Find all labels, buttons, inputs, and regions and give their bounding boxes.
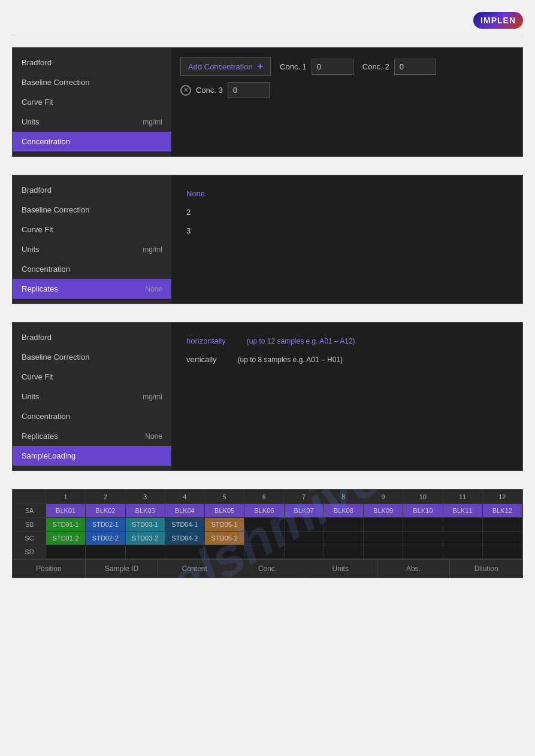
plate-cell-SA-10[interactable]: BLK10 xyxy=(403,504,443,518)
sidebar-sampleloading-3[interactable]: SampleLoading xyxy=(13,446,171,466)
sidebar-bradford-1[interactable]: Bradford xyxy=(13,53,171,72)
sidebar-bradford-3[interactable]: Bradford xyxy=(13,327,171,347)
plate-cell-SA-6[interactable]: BLK06 xyxy=(244,504,284,518)
plate-cell-SB-2[interactable]: STD02-1 xyxy=(86,518,125,532)
plate-cell-SB-4[interactable]: STD04-1 xyxy=(165,518,204,532)
plate-cell-SC-9[interactable] xyxy=(364,532,403,545)
content-panel2: None 2 3 xyxy=(171,175,522,303)
plate-cell-SC-5[interactable]: STD05-2 xyxy=(205,532,244,545)
remove-conc3-button[interactable]: ✕ xyxy=(180,85,191,96)
plate-cell-SD-8[interactable] xyxy=(324,545,363,559)
plate-col-6: 6 xyxy=(244,490,284,504)
sidebar-curvefit-1[interactable]: Curve Fit xyxy=(13,92,171,112)
plate-cell-SB-8[interactable] xyxy=(324,518,363,532)
plate-cell-SD-2[interactable] xyxy=(86,545,125,559)
plate-cell-SA-8[interactable]: BLK08 xyxy=(324,504,363,518)
plate-cell-SC-8[interactable] xyxy=(324,532,363,545)
plate-corner-cell xyxy=(13,490,46,504)
panel-replicates: Bradford Baseline Correction Curve Fit U… xyxy=(12,175,523,304)
plate-row-header-SB: SB xyxy=(13,518,46,532)
plate-row-SC[interactable]: SCSTD01-2STD02-2STD03-2STD04-2STD05-2 xyxy=(13,532,522,545)
sidebar-units-1[interactable]: Units mg/ml xyxy=(13,112,171,132)
sidebar-baseline-2[interactable]: Baseline Correction xyxy=(13,200,171,220)
conc3-input[interactable] xyxy=(228,82,270,98)
replicate-option-2[interactable]: 2 xyxy=(180,203,513,221)
plate-cell-SA-5[interactable]: BLK05 xyxy=(205,504,244,518)
plate-cell-SC-12[interactable] xyxy=(482,532,522,545)
sidebar-concentration-3[interactable]: Concentration xyxy=(13,406,171,426)
plate-cell-SC-1[interactable]: STD01-2 xyxy=(46,532,86,545)
plate-cell-SB-11[interactable] xyxy=(443,518,482,532)
plate-cell-SA-1[interactable]: BLK01 xyxy=(46,504,86,518)
sidebar-baseline-3[interactable]: Baseline Correction xyxy=(13,347,171,367)
replicate-option-3[interactable]: 3 xyxy=(180,221,513,240)
plate-cell-SA-12[interactable]: BLK12 xyxy=(482,504,522,518)
plate-cell-SB-1[interactable]: STD01-1 xyxy=(46,518,86,532)
plate-row-SB[interactable]: SBSTD01-1STD02-1STD03-1STD04-1STD05-1 xyxy=(13,518,522,532)
plate-cell-SC-10[interactable] xyxy=(403,532,443,545)
plate-cell-SD-4[interactable] xyxy=(165,545,204,559)
plate-cell-SD-7[interactable] xyxy=(284,545,324,559)
plate-footer: Position Sample ID Content Conc. Units A… xyxy=(13,559,522,578)
plate-col-2: 2 xyxy=(86,490,125,504)
plate-cell-SC-7[interactable] xyxy=(284,532,324,545)
content-panel1: Add Concentration + Conc. 1 Conc. 2 ✕ Co… xyxy=(171,48,522,156)
plate-cell-SC-11[interactable] xyxy=(443,532,482,545)
plate-col-11: 11 xyxy=(443,490,482,504)
loading-option-vertical[interactable]: vertically (up to 8 samples e.g. A01 – H… xyxy=(180,350,513,369)
plate-cell-SA-4[interactable]: BLK04 xyxy=(165,504,204,518)
plate-cell-SD-10[interactable] xyxy=(403,545,443,559)
plate-cell-SB-9[interactable] xyxy=(364,518,403,532)
plate-cell-SA-7[interactable]: BLK07 xyxy=(284,504,324,518)
plate-cell-SB-3[interactable]: STD03-1 xyxy=(125,518,165,532)
plate-col-8: 8 xyxy=(324,490,363,504)
loading-horizontal-note: (up to 12 samples e.g. A01 – A12) xyxy=(247,337,355,345)
conc2-label: Conc. 2 xyxy=(362,62,389,71)
sidebar-panel3: Bradford Baseline Correction Curve Fit U… xyxy=(13,323,171,470)
sidebar-concentration-2[interactable]: Concentration xyxy=(13,259,171,279)
conc1-input[interactable] xyxy=(312,59,353,75)
plate-cell-SD-1[interactable] xyxy=(46,545,86,559)
sidebar-baseline-1[interactable]: Baseline Correction xyxy=(13,72,171,92)
plate-cell-SD-6[interactable] xyxy=(244,545,284,559)
plate-cell-SA-11[interactable]: BLK11 xyxy=(443,504,482,518)
loading-option-horizontal[interactable]: horizontally (up to 12 samples e.g. A01 … xyxy=(180,332,513,350)
footer-sample-id: Sample ID xyxy=(86,560,159,578)
sidebar-concentration-1[interactable]: Concentration xyxy=(13,132,171,151)
add-concentration-button[interactable]: Add Concentration + xyxy=(180,57,271,76)
replicate-option-none[interactable]: None xyxy=(180,184,513,203)
sidebar-units-3[interactable]: Units mg/ml xyxy=(13,387,171,406)
implen-logo: IMPLEN xyxy=(473,12,523,29)
plate-row-SD[interactable]: SD xyxy=(13,545,522,559)
sidebar-curvefit-3[interactable]: Curve Fit xyxy=(13,367,171,387)
plate-cell-SA-9[interactable]: BLK09 xyxy=(364,504,403,518)
plate-col-12: 12 xyxy=(482,490,522,504)
sidebar-units-2[interactable]: Units mg/ml xyxy=(13,239,171,259)
conc2-input[interactable] xyxy=(394,59,436,75)
plate-cell-SC-4[interactable]: STD04-2 xyxy=(165,532,204,545)
plate-row-SA[interactable]: SABLK01BLK02BLK03BLK04BLK05BLK06BLK07BLK… xyxy=(13,504,522,518)
plate-cell-SD-12[interactable] xyxy=(482,545,522,559)
plate-cell-SB-7[interactable] xyxy=(284,518,324,532)
plate-cell-SC-3[interactable]: STD03-2 xyxy=(125,532,165,545)
plate-cell-SD-3[interactable] xyxy=(125,545,165,559)
plate-cell-SA-3[interactable]: BLK03 xyxy=(125,504,165,518)
footer-conc: Conc. xyxy=(231,560,304,578)
footer-dilution: Dilution xyxy=(450,560,522,578)
footer-abs: Abs. xyxy=(377,560,451,578)
sidebar-replicates-2[interactable]: Replicates None xyxy=(13,279,171,299)
plate-cell-SA-2[interactable]: BLK02 xyxy=(86,504,125,518)
plate-cell-SD-9[interactable] xyxy=(364,545,403,559)
plate-cell-SB-12[interactable] xyxy=(482,518,522,532)
sidebar-curvefit-2[interactable]: Curve Fit xyxy=(13,220,171,239)
plate-cell-SD-11[interactable] xyxy=(443,545,482,559)
sidebar-bradford-2[interactable]: Bradford xyxy=(13,180,171,200)
sidebar-replicates-3[interactable]: Replicates None xyxy=(13,426,171,446)
plate-cell-SC-2[interactable]: STD02-2 xyxy=(86,532,125,545)
plate-cell-SB-6[interactable] xyxy=(244,518,284,532)
plate-cell-SB-5[interactable]: STD05-1 xyxy=(205,518,244,532)
plate-cell-SD-5[interactable] xyxy=(205,545,244,559)
plate-cell-SB-10[interactable] xyxy=(403,518,443,532)
plate-cell-SC-6[interactable] xyxy=(244,532,284,545)
remove-icon: ✕ xyxy=(180,85,191,96)
